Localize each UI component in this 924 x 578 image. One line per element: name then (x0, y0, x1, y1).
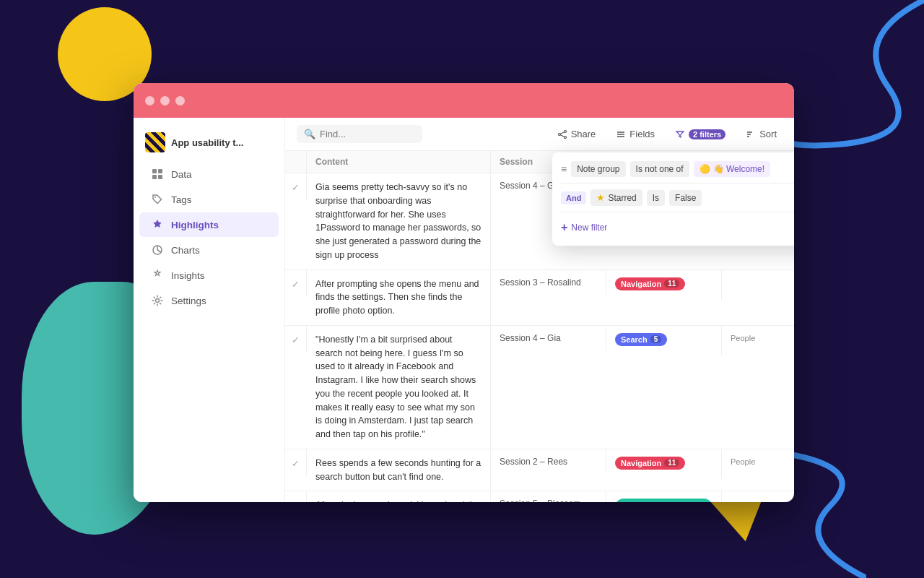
filter-conjunction: And (561, 191, 586, 204)
svg-point-4 (154, 197, 156, 198)
td-content: After signing up, she quickly explored t… (307, 491, 491, 502)
share-button[interactable]: Share (552, 125, 602, 143)
td-check: ✓ (285, 449, 307, 476)
insights-icon (151, 269, 164, 282)
star-icon: ★ (596, 192, 605, 203)
sidebar-item-settings-label: Settings (171, 296, 206, 306)
main-content: 🔍 Share Fields 2 filters (285, 118, 794, 502)
traffic-light-yellow[interactable] (160, 96, 170, 105)
sidebar-item-tags-label: Tags (171, 194, 192, 205)
fields-button[interactable]: Fields (610, 125, 661, 143)
table-row[interactable]: ✓ Rees spends a few seconds hunting for … (285, 449, 794, 492)
th-content: Content (307, 151, 491, 173)
logo-icon (145, 132, 165, 152)
table-row[interactable]: ✓ After signing up, she quickly explored… (285, 491, 794, 502)
svg-point-6 (156, 299, 160, 303)
filter-operator-not-one-of[interactable]: Is not one of (630, 161, 689, 177)
svg-line-10 (560, 131, 564, 133)
sidebar-item-data[interactable]: Data (139, 162, 279, 186)
new-filter-button[interactable]: + New filter (561, 218, 607, 237)
sidebar: App usability t... Data Tags (134, 118, 285, 502)
td-content: "Honestly I'm a bit surprised about sear… (307, 326, 491, 449)
svg-point-9 (558, 133, 560, 135)
filter-value-false[interactable]: False (669, 190, 702, 206)
td-session: Session 5 – Blossom (491, 491, 606, 502)
th-check (285, 151, 307, 173)
tag-search[interactable]: Search 5 (615, 333, 667, 346)
tag-compliments[interactable]: Compliments & Positive 9 (615, 499, 712, 502)
td-check: ✓ (285, 173, 307, 200)
td-check: ✓ (285, 326, 307, 353)
search-input[interactable] (320, 129, 415, 139)
charts-icon (151, 243, 164, 256)
td-session: Session 3 – Rosalind (491, 270, 606, 295)
sidebar-item-tags[interactable]: Tags (139, 187, 279, 212)
app-window: App usability t... Data Tags (134, 83, 794, 502)
svg-rect-3 (158, 175, 162, 179)
td-extra (722, 270, 794, 285)
sidebar-nav: Data Tags Highlights (134, 162, 284, 313)
td-tags: Search 5 (606, 326, 722, 355)
svg-point-8 (564, 136, 566, 138)
filter-row-2: And ★ Starred Is False × (561, 189, 794, 206)
highlights-icon (151, 218, 164, 231)
share-label: Share (571, 129, 596, 139)
logo-text: App usability t... (171, 137, 243, 148)
filters-button[interactable]: 2 filters (669, 126, 731, 143)
td-check: ✓ (285, 270, 307, 297)
tag-navigation[interactable]: Navigation 11 (615, 457, 685, 470)
svg-rect-1 (158, 169, 162, 173)
sort-label: Sort (759, 129, 777, 139)
filter-field-starred[interactable]: ★ Starred (590, 189, 642, 206)
td-check: ✓ (285, 491, 307, 502)
sidebar-item-charts[interactable]: Charts (139, 238, 279, 262)
filter-divider-2 (561, 212, 794, 212)
tags-icon (151, 193, 164, 206)
td-session: Session 4 – Gia (491, 326, 606, 350)
tag-navigation[interactable]: Navigation 11 (615, 277, 685, 290)
td-extra: People (722, 326, 794, 350)
svg-rect-2 (152, 175, 157, 179)
td-tags: Navigation 11 (606, 449, 722, 479)
traffic-light-green[interactable] (175, 96, 185, 105)
td-content: After prompting she opens the menu and f… (307, 270, 491, 325)
td-tags: Compliments & Positive 9 (606, 491, 722, 502)
new-filter-label: New filter (571, 223, 607, 233)
search-icon: 🔍 (304, 129, 315, 139)
filter-value-welcome[interactable]: 🟡 👋 Welcome! (694, 161, 770, 177)
settings-icon (151, 294, 164, 307)
app-body: App usability t... Data Tags (134, 118, 794, 502)
fields-label: Fields (629, 129, 655, 139)
sidebar-item-highlights-label: Highlights (171, 220, 219, 230)
filter-badge: 2 filters (689, 129, 725, 139)
td-content: Rees spends a few seconds hunting for a … (307, 449, 491, 491)
sidebar-item-settings[interactable]: Settings (139, 288, 279, 313)
sidebar-item-insights-label: Insights (171, 270, 205, 281)
td-tags: Navigation 11 (606, 270, 722, 300)
toolbar: 🔍 Share Fields 2 filters (285, 118, 794, 151)
sidebar-item-data-label: Data (171, 169, 192, 180)
table-row[interactable]: ✓ After prompting she opens the menu and… (285, 270, 794, 326)
traffic-light-red[interactable] (145, 96, 154, 105)
filter-divider (561, 183, 794, 184)
filter-field-note-group[interactable]: Note group (571, 161, 625, 177)
filter-operator-is[interactable]: Is (647, 190, 665, 206)
svg-point-7 (564, 130, 566, 132)
td-content: Gia seems pretty tech-savvy so it's no s… (307, 173, 491, 269)
table-row[interactable]: ✓ "Honestly I'm a bit surprised about se… (285, 326, 794, 449)
title-bar (134, 83, 794, 118)
td-extra (722, 491, 794, 502)
svg-line-11 (560, 134, 564, 136)
svg-rect-0 (152, 169, 157, 173)
data-icon (151, 168, 164, 181)
sidebar-item-charts-label: Charts (171, 245, 200, 256)
search-box[interactable]: 🔍 (297, 125, 422, 143)
filter-row-1: ≡ Note group Is not one of 🟡 👋 Welcome! … (561, 161, 794, 177)
sidebar-item-insights[interactable]: Insights (139, 263, 279, 288)
td-extra: People (722, 449, 794, 474)
sort-button[interactable]: Sort (740, 125, 783, 143)
sidebar-item-highlights[interactable]: Highlights (139, 212, 279, 237)
td-session: Session 2 – Rees (491, 449, 606, 474)
filter-panel: ≡ Note group Is not one of 🟡 👋 Welcome! … (552, 152, 794, 246)
sidebar-logo[interactable]: App usability t... (134, 126, 284, 161)
